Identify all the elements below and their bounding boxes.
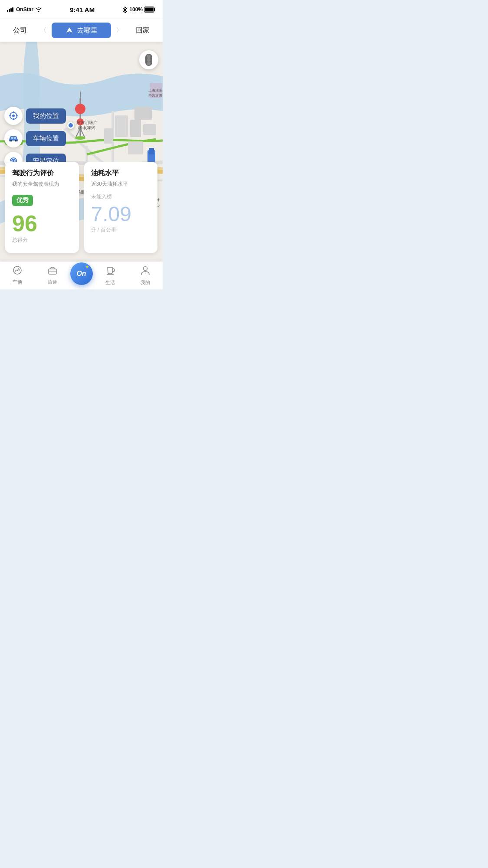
svg-rect-46 (14, 137, 16, 139)
trip-nav-label: 旅途 (48, 279, 57, 285)
chart-icon (12, 265, 23, 275)
battery-icon (144, 7, 156, 13)
my-location-label[interactable]: 我的位置 (26, 108, 66, 124)
bottom-nav: 车辆 旅途 ★ On 生活 (0, 262, 163, 289)
search-bar: 公司 〈 去哪里 〉 回家 (0, 19, 163, 42)
svg-rect-5 (115, 115, 128, 137)
search-work-label[interactable]: 公司 (5, 26, 35, 35)
location-dot (67, 122, 74, 129)
svg-text:东方明珠广: 东方明珠广 (76, 120, 98, 125)
traffic-light-svg (144, 54, 154, 66)
on-star-button[interactable]: ★ On (70, 262, 93, 285)
svg-point-36 (147, 62, 151, 65)
trip-nav-icon (47, 265, 58, 278)
wifi-icon (35, 7, 42, 12)
fuel-subtitle: 近30天油耗水平 (91, 180, 128, 188)
driving-score-label: 总得分 (12, 236, 28, 244)
navigate-icon (66, 26, 73, 34)
go-where-button[interactable]: 去哪里 (52, 23, 111, 38)
fuel-title: 油耗水平 (91, 169, 119, 178)
nav-item-vehicle[interactable]: 车辆 (0, 265, 35, 285)
fuel-level-card[interactable]: 油耗水平 近30天油耗水平 未能入榜 7.09 升 / 百公里 (84, 162, 158, 253)
on-star-icon: ★ (85, 265, 89, 269)
chevron-right-icon[interactable]: 〉 (115, 25, 124, 36)
search-home-label[interactable]: 回家 (128, 26, 157, 35)
person-icon (140, 265, 151, 275)
svg-text:播电视塔: 播电视塔 (78, 126, 95, 131)
svg-rect-10 (143, 124, 156, 135)
svg-point-52 (143, 267, 147, 271)
svg-rect-15 (149, 148, 154, 154)
status-right: 100% (122, 6, 156, 13)
svg-rect-9 (134, 107, 152, 120)
vehicle-location-label[interactable]: 车辆位置 (26, 131, 66, 146)
driving-badge: 优秀 (12, 195, 33, 206)
status-bar: OnStar 9:41 AM 100% (0, 0, 163, 19)
nav-item-trip[interactable]: 旅途 (35, 265, 70, 285)
vehicle-nav-label: 车辆 (13, 279, 22, 285)
go-where-label: 去哪里 (77, 26, 98, 35)
svg-point-43 (10, 140, 12, 142)
svg-rect-7 (128, 141, 143, 154)
svg-text:上海浦东: 上海浦东 (148, 88, 162, 92)
svg-point-44 (15, 140, 17, 142)
vehicle-nav-icon (12, 265, 23, 278)
mine-nav-icon (140, 265, 151, 278)
my-location-icon-circle[interactable] (4, 107, 23, 125)
status-left: OnStar (7, 7, 42, 13)
svg-rect-6 (130, 120, 141, 137)
svg-marker-3 (66, 27, 72, 33)
svg-point-34 (147, 55, 151, 58)
location-crosshair-icon (9, 111, 18, 121)
vehicle-location-icon-circle[interactable] (4, 129, 23, 147)
svg-point-35 (147, 58, 151, 62)
driving-behavior-title: 驾驶行为评价 (12, 169, 54, 178)
nav-center-wrap[interactable]: ★ On (70, 262, 93, 288)
bag-icon (47, 265, 58, 275)
signal-bars (7, 7, 13, 12)
fuel-unit: 升 / 百公里 (91, 226, 116, 234)
mine-nav-label: 我的 (141, 279, 150, 286)
bluetooth-icon (122, 6, 128, 13)
svg-point-17 (75, 104, 85, 114)
cup-icon (105, 265, 116, 275)
fuel-rank-text: 未能入榜 (91, 193, 112, 200)
svg-rect-8 (104, 128, 113, 144)
my-location-row[interactable]: 我的位置 (4, 107, 66, 125)
nav-item-mine[interactable]: 我的 (128, 265, 163, 286)
fuel-value: 7.09 (91, 204, 131, 225)
traffic-light-icon[interactable] (139, 50, 158, 69)
svg-rect-1 (154, 8, 155, 11)
chevron-left-icon[interactable]: 〈 (39, 25, 48, 36)
driving-behavior-subtitle: 我的安全驾驶表现为 (12, 180, 59, 188)
svg-rect-45 (11, 137, 13, 139)
svg-point-38 (12, 115, 15, 117)
battery-label: 100% (129, 7, 143, 13)
driving-behavior-card[interactable]: 驾驶行为评价 我的安全驾驶表现为 优秀 96 总得分 (5, 162, 79, 253)
svg-text:华东方酒: 华东方酒 (148, 94, 162, 98)
status-time: 9:41 AM (70, 6, 95, 13)
nav-item-life[interactable]: 生活 (93, 265, 128, 286)
car-icon (8, 134, 19, 142)
cards-area: 驾驶行为评价 我的安全驾驶表现为 优秀 96 总得分 油耗水平 近30天油耗水平… (0, 162, 163, 262)
driving-score: 96 (12, 212, 37, 235)
svg-point-20 (75, 136, 85, 140)
life-nav-label: 生活 (105, 279, 115, 286)
svg-rect-2 (145, 8, 154, 12)
vehicle-location-row[interactable]: 车辆位置 (4, 129, 66, 147)
svg-rect-49 (49, 269, 56, 274)
on-label: On (76, 270, 86, 278)
carrier-label: OnStar (16, 7, 33, 13)
map-buttons-group: 我的位置 车辆位置 (0, 107, 66, 170)
life-nav-icon (105, 265, 116, 278)
